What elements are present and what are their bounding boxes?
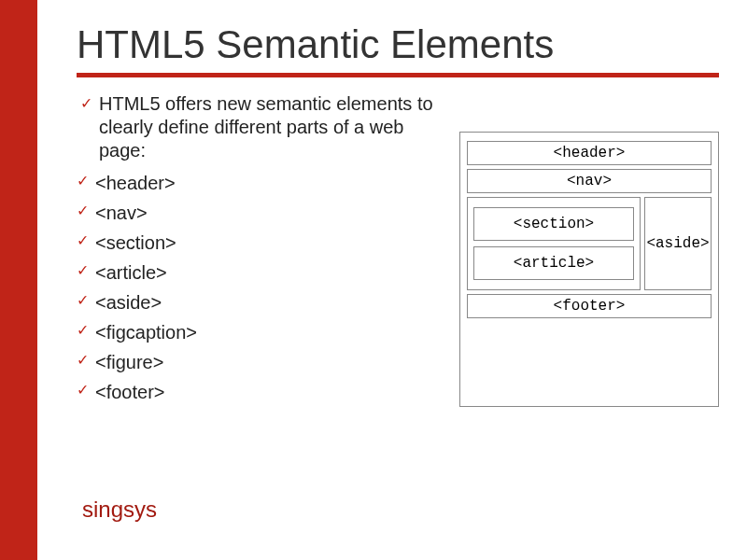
intro-text: ✓ HTML5 offers new semantic elements to … <box>88 92 437 162</box>
check-icon: ✓ <box>77 378 89 402</box>
sidebar-accent <box>0 0 37 560</box>
list-item: ✓<figure> <box>77 347 437 377</box>
check-icon: ✓ <box>77 348 89 372</box>
tag-label: <aside> <box>95 292 162 313</box>
intro-body: HTML5 offers new semantic elements to cl… <box>99 93 433 161</box>
list-item: ✓<header> <box>77 168 437 198</box>
slide-title: HTML5 Semantic Elements <box>77 22 719 67</box>
tag-label: <section> <box>95 232 176 253</box>
layout-diagram: <header> <nav> <section> <article> <asid… <box>459 132 719 407</box>
tag-label: <figcaption> <box>95 322 197 343</box>
tag-list: ✓<header> ✓<nav> ✓<section> ✓<article> ✓… <box>77 168 437 407</box>
diagram-header: <header> <box>467 141 712 165</box>
check-icon: ✓ <box>77 259 89 283</box>
list-item: ✓<footer> <box>77 377 437 407</box>
list-item: ✓<aside> <box>77 287 437 317</box>
left-column: ✓ HTML5 offers new semantic elements to … <box>82 92 437 407</box>
list-item: ✓<article> <box>77 258 437 287</box>
brand-logo: singsys <box>82 497 157 523</box>
check-icon: ✓ <box>77 229 89 253</box>
diagram-nav: <nav> <box>467 169 712 193</box>
check-icon: ✓ <box>77 169 89 193</box>
list-item: ✓<nav> <box>77 198 437 228</box>
tag-label: <figure> <box>95 352 163 372</box>
diagram-aside: <aside> <box>644 197 712 290</box>
diagram-main-column: <section> <article> <box>467 197 641 290</box>
check-icon: ✓ <box>77 318 89 343</box>
content-area: ✓ HTML5 offers new semantic elements to … <box>82 92 719 407</box>
list-item: ✓<section> <box>77 228 437 258</box>
diagram-footer: <footer> <box>467 294 712 318</box>
title-underline <box>77 73 719 77</box>
diagram-article: <article> <box>473 246 634 280</box>
slide: HTML5 Semantic Elements ✓ HTML5 offers n… <box>0 0 747 560</box>
diagram-middle: <section> <article> <aside> <box>467 197 712 290</box>
list-item: ✓<figcaption> <box>77 317 437 347</box>
tag-label: <footer> <box>95 382 165 402</box>
diagram-section: <section> <box>473 207 634 241</box>
tag-label: <nav> <box>95 203 148 223</box>
check-icon: ✓ <box>77 288 89 313</box>
check-icon: ✓ <box>77 199 89 223</box>
check-icon: ✓ <box>80 94 92 113</box>
tag-label: <header> <box>95 173 176 193</box>
tag-label: <article> <box>95 262 167 283</box>
